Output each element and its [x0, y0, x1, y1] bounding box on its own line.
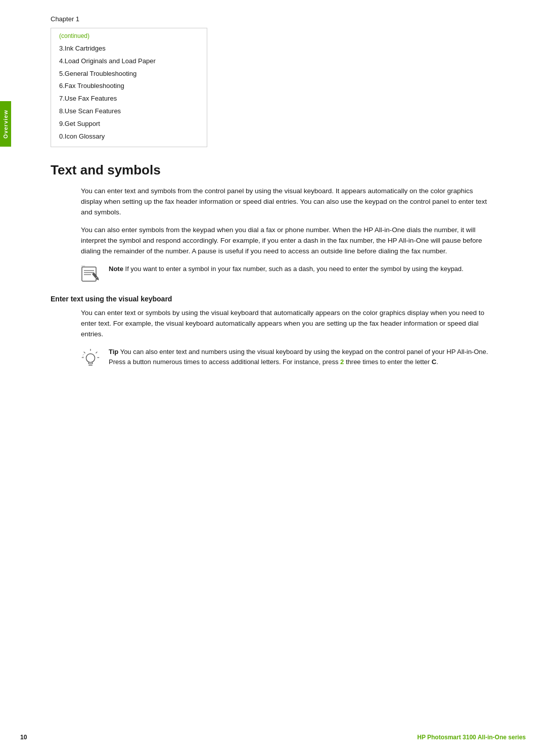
tip-after: three times to enter the letter C.	[344, 358, 438, 366]
sidebar-label: Overview	[3, 110, 9, 139]
note-icon	[81, 265, 104, 285]
toc-continued-label: (continued)	[59, 32, 199, 39]
note-box: Note If you want to enter a symbol in yo…	[81, 264, 495, 285]
footer-page-number: 10	[20, 734, 27, 741]
toc-item: 0.Icon Glossary	[59, 130, 199, 143]
toc-item: 5.General Troubleshooting	[59, 68, 199, 80]
chapter-label: Chapter 1	[51, 15, 79, 23]
note-label: Note	[109, 265, 123, 273]
toc-item: 7.Use Fax Features	[59, 93, 199, 105]
note-content: If you want to enter a symbol in your fa…	[125, 265, 464, 273]
toc-item: 6.Fax Troubleshooting	[59, 80, 199, 93]
svg-line-11	[96, 351, 98, 353]
sidebar-tab: Overview	[0, 101, 11, 147]
svg-rect-4	[92, 273, 99, 280]
svg-point-14	[86, 353, 95, 362]
tip-box: Tip You can also enter text and numbers …	[81, 347, 495, 371]
svg-line-10	[84, 351, 85, 353]
section-title: Text and symbols	[51, 162, 516, 178]
tip-icon	[81, 348, 104, 371]
note-text: Note If you want to enter a symbol in yo…	[109, 264, 464, 274]
toc-item: 8.Use Scan Features	[59, 105, 199, 118]
toc-item: 3.Ink Cartridges	[59, 42, 199, 55]
section-paragraph-1: You can enter text and symbols from the …	[81, 186, 495, 218]
main-content: Chapter 1 (continued) 3.Ink Cartridges 4…	[20, 0, 546, 411]
toc-item: 4.Load Originals and Load Paper	[59, 55, 199, 68]
chapter-header: Chapter 1	[51, 15, 516, 23]
tip-text: Tip You can also enter text and numbers …	[109, 347, 495, 367]
tip-label: Tip	[109, 348, 118, 355]
section-paragraph-2: You can also enter symbols from the keyp…	[81, 225, 495, 257]
footer-product-name: HP Photosmart 3100 All-in-One series	[417, 734, 526, 741]
svg-line-19	[83, 354, 84, 354]
subsection-paragraph: You can enter text or symbols by using t…	[81, 308, 495, 340]
footer: 10 HP Photosmart 3100 All-in-One series	[20, 734, 526, 741]
toc-item: 9.Get Support	[59, 118, 199, 130]
subsection-heading: Enter text using the visual keyboard	[51, 295, 516, 303]
toc-box: (continued) 3.Ink Cartridges 4.Load Orig…	[51, 28, 207, 147]
